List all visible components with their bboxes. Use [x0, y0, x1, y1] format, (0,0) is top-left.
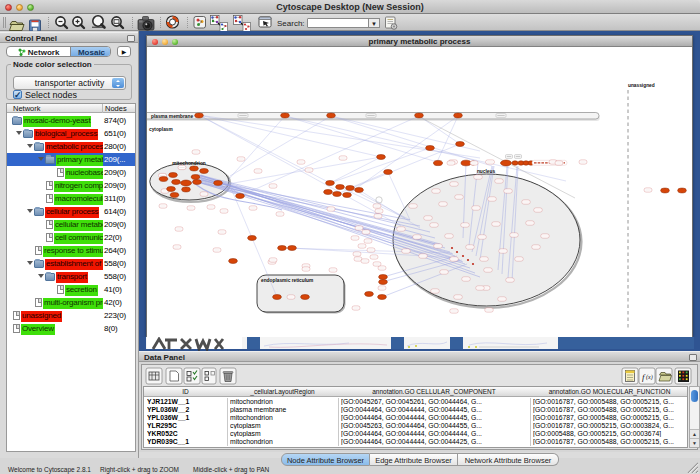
svg-text:unassigned: unassigned [628, 83, 655, 88]
svg-text:nucleus: nucleus [477, 169, 495, 174]
svg-text:cytoplasm: cytoplasm [149, 127, 173, 132]
svg-text:(x): (x) [646, 374, 653, 381]
svg-text:mitochondrion: mitochondrion [172, 161, 206, 166]
svg-text:endoplasmic reticulum: endoplasmic reticulum [261, 278, 313, 283]
svg-text:plasma membrane: plasma membrane [151, 114, 193, 119]
